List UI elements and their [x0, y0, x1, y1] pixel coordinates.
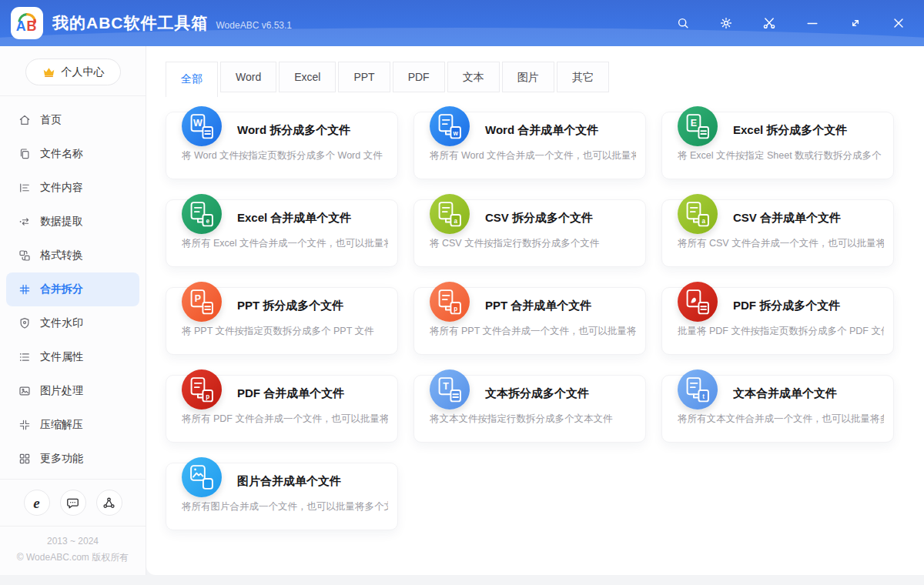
tool-card-icon: e — [182, 194, 222, 234]
compress-icon — [18, 418, 32, 432]
svg-text:e: e — [206, 218, 209, 225]
tab-图片[interactable]: 图片 — [502, 62, 554, 92]
ie-browser-icon[interactable]: e — [24, 490, 50, 516]
tool-card-icon: W — [182, 106, 222, 146]
extract-icon — [18, 215, 32, 229]
sidebar-item-properties[interactable]: 文件属性 — [6, 340, 139, 374]
content-panel: 全部WordExcelPPTPDF文本图片其它 W Word 拆分成多个文件 将… — [146, 46, 924, 575]
tool-card[interactable]: p PPT 合并成单个文件 将所有 PPT 文件合并成一个文件，也可以批量将多 — [413, 287, 646, 355]
home-icon — [18, 113, 32, 127]
svg-text:P: P — [195, 293, 201, 304]
file-content-icon — [18, 181, 32, 195]
sidebar-item-image[interactable]: 图片处理 — [6, 374, 139, 408]
app-logo: A B — [11, 7, 43, 39]
app-title: 我的ABC软件工具箱 — [52, 12, 209, 34]
tool-card-icon: w — [430, 106, 470, 146]
tool-card[interactable]: PDF 拆分成多个文件 批量将 PDF 文件按指定页数拆分成多个 PDF 文件 — [661, 287, 894, 355]
sidebar-item-label: 图片处理 — [40, 384, 83, 398]
properties-icon — [18, 350, 32, 364]
sidebar-item-convert[interactable]: 格式转换 — [6, 239, 139, 272]
tool-card-icon: a — [430, 194, 470, 234]
svg-text:a: a — [701, 218, 705, 225]
tab-PPT[interactable]: PPT — [338, 62, 390, 92]
svg-text:a: a — [454, 218, 457, 225]
sidebar-item-compress[interactable]: 压缩解压 — [6, 408, 139, 442]
tool-card[interactable]: 图片合并成单个文件 将所有图片合并成一个文件，也可以批量将多个文件 — [166, 463, 398, 530]
minimize-icon[interactable] — [804, 15, 821, 32]
tool-card-description: 将所有 PPT 文件合并成一个文件，也可以批量将多 — [430, 325, 636, 338]
tool-card-description: 批量将 PDF 文件按指定页数拆分成多个 PDF 文件 — [678, 325, 884, 338]
tool-cards-grid: W Word 拆分成多个文件 将 Word 文件按指定页数拆分成多个 Word … — [166, 112, 924, 530]
tool-card[interactable]: p PDF 合并成单个文件 将所有 PDF 文件合并成一个文件，也可以批量将多 — [166, 375, 398, 443]
tool-card-icon — [182, 457, 222, 497]
merge-split-icon — [18, 282, 32, 296]
copyright-years: 2013 ~ 2024 — [0, 533, 146, 550]
sidebar-item-label: 格式转换 — [40, 249, 83, 262]
tab-全部[interactable]: 全部 — [166, 62, 218, 97]
close-icon[interactable] — [890, 15, 907, 32]
svg-text:B: B — [26, 19, 36, 35]
tool-card-description: 将 CSV 文件按指定行数拆分成多个文件 — [430, 237, 636, 250]
tool-card[interactable]: t 文本合并成单个文件 将所有文本文件合并成一个文件，也可以批量将多 — [661, 375, 894, 443]
sidebar-footer: e 2013 ~ 2024 © WodeABC.com 版权所有 — [0, 479, 146, 575]
tool-card[interactable]: P PPT 拆分成多个文件 将 PPT 文件按指定页数拆分成多个 PPT 文件 — [166, 287, 398, 355]
sidebar-item-label: 文件内容 — [40, 181, 83, 195]
cut-icon[interactable] — [761, 15, 778, 32]
tool-card-description: 将所有 Word 文件合并成一个文件，也可以批量将多 — [430, 149, 636, 162]
tool-card-description: 将 Excel 文件按指定 Sheet 数或行数拆分成多个 Exc — [678, 149, 884, 162]
sidebar-item-label: 文件属性 — [40, 350, 83, 364]
sidebar-item-label: 合并拆分 — [40, 282, 83, 296]
tab-PDF[interactable]: PDF — [393, 62, 445, 92]
watermark-icon — [18, 316, 32, 330]
tool-card[interactable]: w Word 合并成单个文件 将所有 Word 文件合并成一个文件，也可以批量将… — [413, 112, 646, 179]
file-name-icon — [18, 147, 32, 161]
sidebar: 个人中心 首页文件名称文件内容数据提取格式转换合并拆分文件水印文件属性图片处理压… — [0, 46, 146, 575]
tool-card-description: 将 Word 文件按指定页数拆分成多个 Word 文件 — [182, 149, 388, 162]
app-logo-icon: A B — [11, 7, 43, 39]
chat-icon[interactable] — [60, 490, 86, 516]
tool-card-icon: a — [678, 194, 718, 234]
sidebar-item-merge-split[interactable]: 合并拆分 — [6, 272, 139, 306]
sidebar-item-watermark[interactable]: 文件水印 — [6, 306, 139, 340]
sidebar-item-label: 文件水印 — [40, 316, 83, 330]
sidebar-item-file-content[interactable]: 文件内容 — [6, 171, 139, 205]
tool-card-icon: T — [430, 369, 470, 410]
tool-card[interactable]: E Excel 拆分成多个文件 将 Excel 文件按指定 Sheet 数或行数… — [661, 112, 894, 179]
tool-card-description: 将所有文本文件合并成一个文件，也可以批量将多 — [678, 413, 884, 426]
tab-Excel[interactable]: Excel — [279, 62, 336, 92]
svg-text:T: T — [443, 381, 449, 392]
network-icon[interactable] — [96, 490, 122, 516]
search-icon[interactable] — [675, 15, 691, 32]
sidebar-item-extract[interactable]: 数据提取 — [6, 205, 139, 239]
sidebar-item-label: 更多功能 — [40, 452, 83, 466]
tool-card-icon: t — [678, 369, 718, 410]
sidebar-item-label: 文件名称 — [40, 147, 83, 161]
personal-center-button[interactable]: 个人中心 — [25, 58, 121, 85]
more-icon — [18, 452, 32, 466]
sidebar-item-more[interactable]: 更多功能 — [6, 442, 139, 476]
tool-card-description: 将 PPT 文件按指定页数拆分成多个 PPT 文件 — [182, 325, 388, 338]
tool-card-description: 将所有图片合并成一个文件，也可以批量将多个文件 — [182, 500, 388, 513]
tab-Word[interactable]: Word — [220, 62, 276, 92]
convert-icon — [18, 249, 32, 262]
tool-card[interactable]: e Excel 合并成单个文件 将所有 Excel 文件合并成一个文件，也可以批… — [166, 199, 398, 267]
personal-center-label: 个人中心 — [62, 65, 105, 79]
titlebar-actions — [675, 15, 907, 32]
tool-card[interactable]: a CSV 拆分成多个文件 将 CSV 文件按指定行数拆分成多个文件 — [413, 199, 646, 267]
tab-文本[interactable]: 文本 — [447, 62, 500, 92]
sidebar-item-label: 首页 — [40, 113, 62, 127]
tool-card[interactable]: a CSV 合并成单个文件 将所有 CSV 文件合并成一个文件，也可以批量将多 — [661, 199, 894, 267]
titlebar: A B 我的ABC软件工具箱 WodeABC v6.53.1 — [0, 0, 924, 46]
sidebar-item-home[interactable]: 首页 — [6, 103, 139, 137]
tool-card[interactable]: T 文本拆分成多个文件 将文本文件按指定行数拆分成多个文本文件 — [413, 375, 646, 443]
tool-card[interactable]: W Word 拆分成多个文件 将 Word 文件按指定页数拆分成多个 Word … — [166, 112, 398, 179]
sidebar-item-file-name[interactable]: 文件名称 — [6, 137, 139, 171]
tool-card-icon: P — [182, 282, 222, 322]
resize-icon[interactable] — [847, 15, 864, 32]
main-area: 个人中心 首页文件名称文件内容数据提取格式转换合并拆分文件水印文件属性图片处理压… — [0, 46, 924, 575]
svg-text:p: p — [454, 306, 457, 313]
category-tabs: 全部WordExcelPPTPDF文本图片其它 — [166, 62, 924, 97]
app-version: WodeABC v6.53.1 — [216, 20, 293, 31]
tab-其它[interactable]: 其它 — [557, 62, 609, 92]
settings-icon[interactable] — [718, 15, 735, 32]
